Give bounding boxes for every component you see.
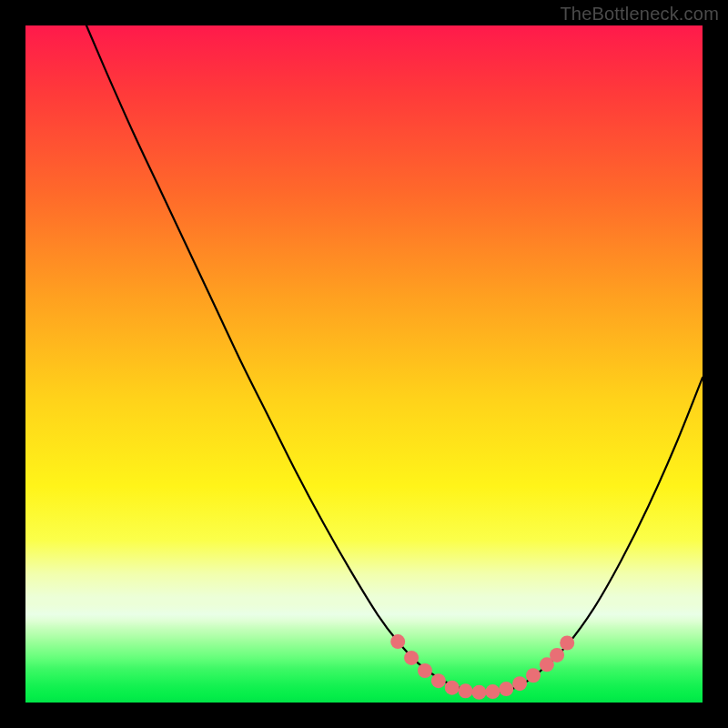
valley-marker: [431, 673, 446, 688]
watermark-text: TheBottleneck.com: [560, 4, 719, 25]
valley-markers: [390, 634, 574, 700]
valley-marker: [390, 634, 405, 649]
bottleneck-curve: [86, 25, 703, 693]
chart-stage: TheBottleneck.com: [0, 0, 728, 728]
valley-marker: [485, 684, 500, 699]
valley-marker: [404, 651, 419, 665]
valley-marker: [560, 636, 574, 651]
valley-marker: [418, 663, 432, 678]
valley-marker: [550, 648, 564, 662]
valley-marker: [512, 676, 527, 691]
plot-area: [25, 25, 703, 703]
valley-marker: [499, 682, 513, 696]
valley-marker: [459, 683, 473, 698]
valley-marker: [471, 685, 486, 700]
valley-marker: [445, 681, 460, 695]
valley-marker: [526, 668, 541, 682]
curve-layer: [25, 25, 703, 703]
